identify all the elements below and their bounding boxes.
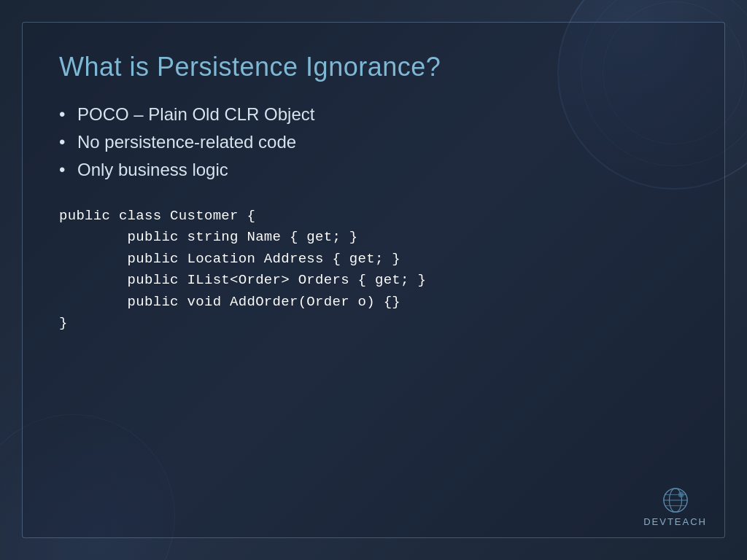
bullet-item-1: POCO – Plain Old CLR Object [59,104,688,125]
code-line-3: public Location Address { get; } [59,249,688,270]
code-block: public class Customer { public string Na… [59,206,688,335]
code-line-2: public string Name { get; } [59,227,688,248]
code-line-1: public class Customer { [59,206,688,227]
code-line-5: public void AddOrder(Order o) {} [59,292,688,313]
bullet-list: POCO – Plain Old CLR Object No persisten… [59,104,688,180]
slide-title: What is Persistence Ignorance? [59,52,688,82]
devteach-logo: DEVTEACH [643,486,707,527]
code-line-6: } [59,313,688,334]
bullet-item-3: Only business logic [59,160,688,180]
bullet-item-2: No persistence-related code [59,132,688,152]
devteach-label: DEVTEACH [643,516,707,527]
devteach-globe-icon [662,486,689,514]
slide-container: What is Persistence Ignorance? POCO – Pl… [22,22,725,538]
code-line-4: public IList<Order> Orders { get; } [59,270,688,291]
svg-point-5 [678,492,684,498]
